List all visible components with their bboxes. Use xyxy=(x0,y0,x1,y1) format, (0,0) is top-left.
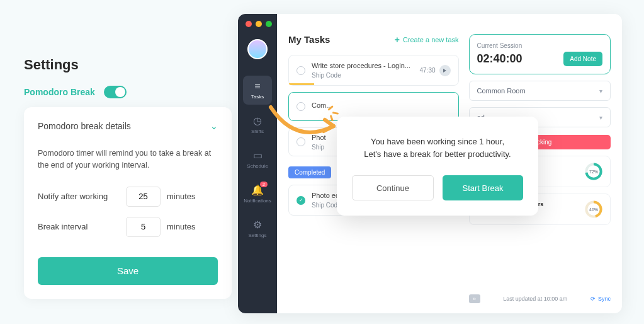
nav-notif-label: Notifications xyxy=(243,198,272,204)
task-title: Com... xyxy=(312,101,412,109)
create-task-label: Create a new task xyxy=(403,36,459,43)
popup-message: You have been working since 1 hour, Let'… xyxy=(352,136,523,160)
save-button[interactable]: Save xyxy=(38,257,218,285)
nav-shifts[interactable]: ◷ Shifts xyxy=(243,110,272,139)
notify-row: Notify after working minutes xyxy=(38,187,218,207)
last-updated: Last updated at 10:00 am xyxy=(503,296,567,302)
notify-unit: minutes xyxy=(167,192,196,201)
avatar[interactable] xyxy=(247,39,268,59)
completed-section-pill: Completed xyxy=(288,166,331,178)
nav-shifts-label: Shifts xyxy=(243,129,272,134)
footer-row: » Last updated at 10:00 am ⟳ Sync xyxy=(469,294,611,303)
gear-icon: ⚙ xyxy=(243,219,272,231)
pomodoro-card: Pomodoro break details ⌄ Pomodoro timer … xyxy=(24,107,232,299)
pomodoro-toggle-row: Pomodoro Break xyxy=(24,86,232,98)
nav-settings-label: Settings xyxy=(243,233,272,238)
close-window-icon[interactable] xyxy=(246,21,252,27)
weekly-donut-chart: 46% xyxy=(585,200,602,218)
task-radio-icon[interactable] xyxy=(297,102,305,111)
tasks-header: My Tasks + Create a new task xyxy=(288,34,459,45)
session-label: Current Session xyxy=(477,42,602,49)
chevron-down-icon: ▾ xyxy=(599,114,602,121)
room-value: Common Room xyxy=(477,87,526,95)
task-radio-icon[interactable] xyxy=(297,66,305,75)
details-expander[interactable]: Pomodoro break details ⌄ xyxy=(38,121,218,131)
play-icon xyxy=(443,69,446,72)
task-progress-bar xyxy=(289,83,314,85)
session-time: 02:40:00 xyxy=(477,52,523,66)
sidebar: ≡ Tasks ◷ Shifts ▭ Schedule 🔔 2 Notifica… xyxy=(238,14,277,313)
minimize-window-icon[interactable] xyxy=(256,21,262,27)
create-task-link[interactable]: + Create a new task xyxy=(395,35,459,45)
task-card[interactable]: Write store procedures - Login... Ship C… xyxy=(288,55,459,86)
chevron-down-icon: ⌄ xyxy=(210,121,218,131)
tasks-title: My Tasks xyxy=(288,34,330,45)
task-time: 47:30 xyxy=(420,67,436,74)
play-button[interactable] xyxy=(439,65,451,76)
sync-icon: ⟳ xyxy=(590,296,596,302)
settings-title: Settings xyxy=(24,57,232,73)
interval-unit: minutes xyxy=(167,222,196,231)
notify-label: Notify after working xyxy=(38,192,120,201)
interval-input[interactable] xyxy=(126,217,161,237)
nav-schedule-label: Schedule xyxy=(243,163,272,169)
room-select[interactable]: Common Room ▾ xyxy=(469,81,611,101)
break-popup: You have been working since 1 hour, Let'… xyxy=(337,117,538,216)
nav-settings[interactable]: ⚙ Settings xyxy=(243,214,272,243)
weekly-pct: 46% xyxy=(589,207,598,212)
settings-panel: Settings Pomodoro Break Pomodoro break d… xyxy=(24,57,232,299)
plus-icon: + xyxy=(395,35,400,45)
sync-button[interactable]: ⟳ Sync xyxy=(590,296,611,302)
settings-description: Pomodoro timer will remind you to take a… xyxy=(38,148,218,171)
details-title: Pomodoro break details xyxy=(38,121,131,131)
notify-input[interactable] xyxy=(126,187,161,207)
nav-schedule[interactable]: ▭ Schedule xyxy=(243,144,272,174)
interval-label: Break interval xyxy=(38,222,120,231)
nav-tasks-label: Tasks xyxy=(243,94,272,100)
pomodoro-toggle[interactable] xyxy=(104,86,127,98)
check-icon: ✓ xyxy=(297,196,305,205)
collapse-button[interactable]: » xyxy=(469,294,480,303)
sync-label: Sync xyxy=(598,296,611,302)
clock-icon: ◷ xyxy=(243,115,272,127)
nav-notifications[interactable]: 🔔 2 Notifications xyxy=(243,179,272,209)
pomodoro-label: Pomodoro Break xyxy=(24,87,95,97)
traffic-lights xyxy=(246,21,272,27)
list-icon: ≡ xyxy=(243,81,272,92)
nav-tasks[interactable]: ≡ Tasks xyxy=(243,76,272,105)
task-title: Write store procedures - Login... xyxy=(312,62,412,69)
chevron-down-icon: ▾ xyxy=(599,88,602,95)
task-subtitle: Ship Code xyxy=(312,72,420,79)
maximize-window-icon[interactable] xyxy=(266,21,272,27)
add-note-button[interactable]: Add Note xyxy=(563,52,602,66)
interval-row: Break interval minutes xyxy=(38,217,218,237)
start-break-button[interactable]: Start Break xyxy=(443,175,523,200)
calendar-icon: ▭ xyxy=(243,149,272,161)
session-card: Current Session 02:40:00 Add Note xyxy=(469,34,611,74)
continue-button[interactable]: Continue xyxy=(352,175,434,200)
daily-donut-chart: 72% xyxy=(585,163,602,180)
notif-badge: 2 xyxy=(260,182,268,187)
task-radio-icon[interactable] xyxy=(297,137,305,146)
daily-pct: 72% xyxy=(589,170,598,174)
